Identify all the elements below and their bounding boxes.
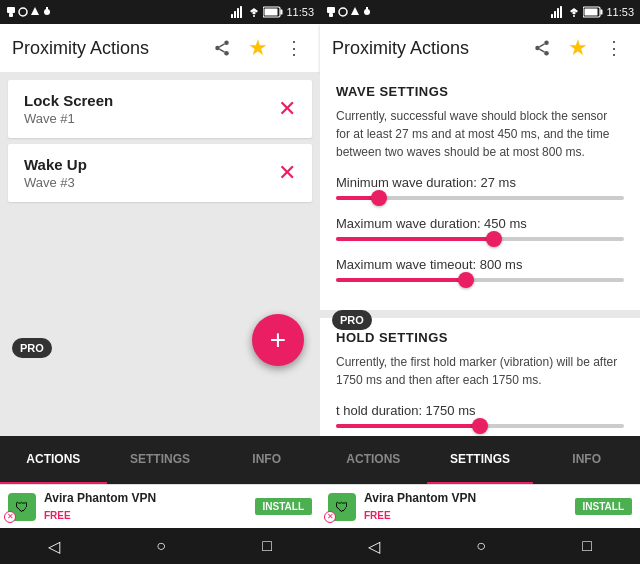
svg-point-10 <box>253 15 255 17</box>
action-list: Lock Screen Wave #1 ✕ Wake Up Wave #3 ✕ <box>0 72 320 210</box>
tab-info-right[interactable]: INFO <box>533 436 640 484</box>
back-button-right[interactable]: ◁ <box>348 533 400 560</box>
svg-point-33 <box>544 41 549 46</box>
svg-rect-31 <box>601 10 603 15</box>
svg-rect-20 <box>329 13 333 17</box>
bottom-tabs-left: ACTIONS SETTINGS INFO <box>0 436 320 484</box>
ad-banner-right: 🛡 ✕ Avira Phantom VPN FREE INSTALL <box>320 484 640 528</box>
svg-point-2 <box>19 8 27 16</box>
left-screen: 11:53 Proximity Actions ★ ⋮ Lock Screen … <box>0 0 320 564</box>
hold-settings-section: HOLD SETTINGS Currently, the first hold … <box>320 318 640 436</box>
wave-settings-title: WAVE SETTINGS <box>336 84 624 99</box>
svg-point-29 <box>573 15 575 17</box>
svg-rect-12 <box>281 10 283 15</box>
action-title-wake: Wake Up <box>24 156 87 173</box>
action-subtitle-wake: Wave #3 <box>24 175 87 190</box>
bottom-tabs-right: ACTIONS SETTINGS INFO <box>320 436 640 484</box>
notification-icons <box>6 6 52 18</box>
slider-thumb-timeout[interactable] <box>458 272 474 288</box>
delete-lock-button[interactable]: ✕ <box>278 98 296 120</box>
ad-install-button-right[interactable]: INSTALL <box>575 498 632 515</box>
svg-rect-25 <box>551 14 553 18</box>
tab-actions-left[interactable]: ACTIONS <box>0 436 107 484</box>
svg-rect-9 <box>240 6 242 18</box>
ad-name-left: Avira Phantom VPN <box>44 491 247 505</box>
svg-rect-5 <box>46 7 48 10</box>
svg-rect-6 <box>231 14 233 18</box>
slider-row-timeout: Maximum wave timeout: 800 ms <box>336 257 624 282</box>
share-button-right[interactable] <box>528 34 556 62</box>
svg-line-17 <box>219 49 224 52</box>
slider-row-max-wave: Maximum wave duration: 450 ms <box>336 216 624 241</box>
ad-close-right[interactable]: ✕ <box>324 511 336 523</box>
action-title-lock: Lock Screen <box>24 92 113 109</box>
tab-settings-left[interactable]: SETTINGS <box>107 436 214 484</box>
ad-icon-wrapper-right: 🛡 ✕ <box>328 493 356 521</box>
more-button-right[interactable]: ⋮ <box>600 34 628 62</box>
slider-label-min-wave: Minimum wave duration: 27 ms <box>336 175 624 190</box>
action-item-wake: Wake Up Wave #3 ✕ <box>8 144 312 202</box>
svg-rect-0 <box>7 7 15 13</box>
svg-point-21 <box>339 8 347 16</box>
slider-thumb-max-wave[interactable] <box>486 231 502 247</box>
svg-line-18 <box>219 44 224 47</box>
status-icons-right <box>326 6 372 18</box>
app-title-left: Proximity Actions <box>12 38 200 59</box>
recent-button-right[interactable]: □ <box>562 533 612 559</box>
home-button-left[interactable]: ○ <box>136 533 186 559</box>
slider-track-hold[interactable] <box>336 424 624 428</box>
svg-rect-26 <box>554 11 556 18</box>
ad-icon-wrapper-left: 🛡 ✕ <box>8 493 36 521</box>
slider-track-timeout[interactable] <box>336 278 624 282</box>
svg-rect-19 <box>327 7 335 13</box>
slider-fill-hold <box>336 424 480 428</box>
wave-settings-section: WAVE SETTINGS Currently, successful wave… <box>320 72 640 310</box>
svg-rect-7 <box>234 11 236 18</box>
share-button-left[interactable] <box>208 34 236 62</box>
nav-bar-left: ◁ ○ □ <box>0 528 320 564</box>
tab-actions-right[interactable]: ACTIONS <box>320 436 427 484</box>
status-time-right: 11:53 <box>606 6 634 18</box>
delete-wake-button[interactable]: ✕ <box>278 162 296 184</box>
back-button-left[interactable]: ◁ <box>28 533 80 560</box>
svg-marker-3 <box>31 7 39 15</box>
slider-label-max-wave: Maximum wave duration: 450 ms <box>336 216 624 231</box>
svg-rect-8 <box>237 8 239 18</box>
home-button-right[interactable]: ○ <box>456 533 506 559</box>
star-button-right[interactable]: ★ <box>564 34 592 62</box>
tab-settings-right[interactable]: SETTINGS <box>427 436 534 484</box>
status-time-left: 11:53 <box>286 6 314 18</box>
slider-track-max-wave[interactable] <box>336 237 624 241</box>
star-button-left[interactable]: ★ <box>244 34 272 62</box>
slider-track-min-wave[interactable] <box>336 196 624 200</box>
more-button-left[interactable]: ⋮ <box>280 34 308 62</box>
slider-row-hold: t hold duration: 1750 ms <box>336 403 624 428</box>
svg-line-36 <box>539 49 544 52</box>
add-action-button[interactable]: + <box>252 314 304 366</box>
slider-row-min-wave: Minimum wave duration: 27 ms <box>336 175 624 200</box>
slider-thumb-min-wave[interactable] <box>371 190 387 206</box>
ad-close-left[interactable]: ✕ <box>4 511 16 523</box>
svg-rect-28 <box>560 6 562 18</box>
recent-button-left[interactable]: □ <box>242 533 292 559</box>
svg-point-14 <box>224 41 229 46</box>
svg-rect-32 <box>585 9 598 16</box>
svg-rect-27 <box>557 8 559 18</box>
svg-point-15 <box>215 46 220 51</box>
status-bar-right: 11:53 <box>320 0 640 24</box>
svg-rect-24 <box>366 7 368 10</box>
tab-info-left[interactable]: INFO <box>213 436 320 484</box>
svg-point-35 <box>544 51 549 56</box>
ad-install-button-left[interactable]: INSTALL <box>255 498 312 515</box>
left-content: Lock Screen Wave #1 ✕ Wake Up Wave #3 ✕ … <box>0 72 320 436</box>
notification-icons-right <box>326 6 372 18</box>
svg-marker-22 <box>351 7 359 15</box>
ad-free-label-left: FREE <box>44 510 71 521</box>
pro-badge-left: PRO <box>12 338 52 358</box>
svg-rect-1 <box>9 13 13 17</box>
action-subtitle-lock: Wave #1 <box>24 111 113 126</box>
svg-rect-13 <box>265 9 278 16</box>
status-bar-left: 11:53 <box>0 0 320 24</box>
slider-thumb-hold[interactable] <box>472 418 488 434</box>
app-bar-right: Proximity Actions ★ ⋮ <box>320 24 640 72</box>
